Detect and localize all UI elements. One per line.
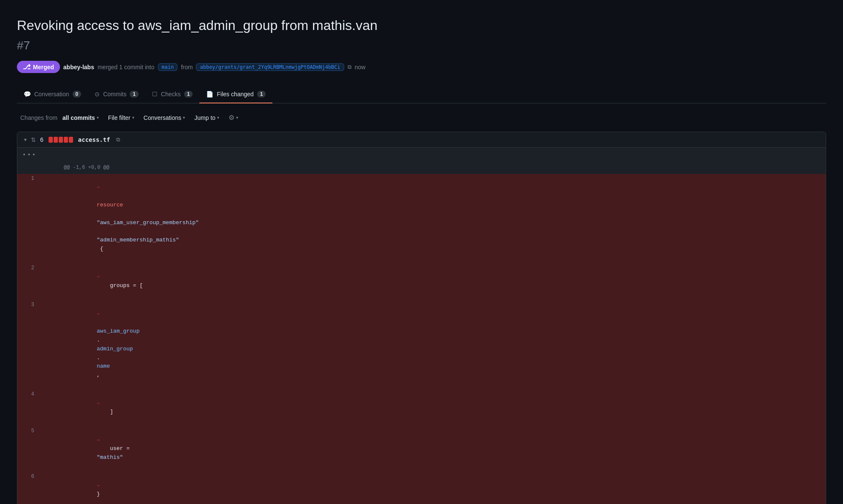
line-num-5b [38,426,60,472]
line-num-6: 6 [17,472,38,504]
meta-timestamp: now [355,64,366,70]
file-copy-button[interactable]: ⧉ [116,136,120,143]
tab-commits-label: Commits [103,91,126,98]
line-content-3: – aws_iam_group . admin_group . name , [60,300,826,390]
changes-from-chevron-icon: ▾ [97,115,99,120]
gear-icon: ⚙ [228,114,234,122]
line-num-1: 1 [17,174,38,263]
conversation-icon: 💬 [24,91,31,98]
file-filter-chevron-icon: ▾ [132,115,134,120]
changes-from-value: all commits [63,114,95,121]
diff-block-5 [69,137,73,143]
diff-blocks [49,137,73,143]
gear-chevron-icon: ▾ [236,115,238,120]
checks-icon: ☐ [152,91,158,98]
changes-from-label: Changes from [20,114,57,121]
tab-files-changed-count: 1 [257,91,266,98]
tab-checks-count: 1 [184,91,193,98]
tab-checks[interactable]: ☐ Checks 1 [145,86,199,103]
tabs-bar: 💬 Conversation 0 ⊙ Commits 1 ☐ Checks 1 … [17,86,826,103]
line-num-6b [38,472,60,504]
table-row: 5 – user = "mathis" [17,426,826,472]
line-num-3b [38,300,60,390]
commits-icon: ⊙ [95,91,100,98]
settings-button[interactable]: ⚙ ▾ [225,112,242,123]
tab-checks-label: Checks [161,91,181,98]
diff-table: ••• @@ -1,6 +0,0 @@ 1 – resource "aws_ia… [17,148,826,504]
minus-sign-3: – [97,311,102,317]
line-content-6: – } [60,472,826,504]
collapse-button[interactable]: ▾ [24,137,27,143]
line-num-2b [38,263,60,300]
file-filter-label: File filter [108,114,131,121]
meta-action: merged 1 commit into [98,64,155,70]
conversations-chevron-icon: ▾ [183,115,185,120]
table-row: 4 – ] [17,390,826,426]
diff-filename: access.tf [78,136,110,143]
dots-row-top: ••• [17,148,826,162]
line-content-1: – resource "aws_iam_user_group_membershi… [60,174,826,263]
minus-sign-5: – [97,437,102,443]
pr-number: #7 [17,39,826,52]
conversations-filter-button[interactable]: Conversations ▾ [140,113,189,123]
meta-from: from [181,64,193,70]
tab-files-changed[interactable]: 📄 Files changed 1 [199,86,272,103]
file-filter-button[interactable]: File filter ▾ [105,113,138,123]
filter-bar: Changes from all commits ▾ File filter ▾… [17,112,826,123]
tab-conversation-count: 0 [73,91,82,98]
minus-sign-4: – [97,400,102,406]
line-num-2: 2 [17,263,38,300]
line-num-1b [38,174,60,263]
tab-commits[interactable]: ⊙ Commits 1 [88,86,145,103]
diff-expand-icon: ⇅ [31,136,36,143]
table-row: 1 – resource "aws_iam_user_group_members… [17,174,826,263]
hunk-line-num-old [17,162,38,173]
tab-commits-count: 1 [130,91,139,98]
meta-user: abbey-labs [63,64,94,70]
line-num-5: 5 [17,426,38,472]
conversations-filter-label: Conversations [144,114,182,121]
line-content-5: – user = "mathis" [60,426,826,472]
line-content-4: – ] [60,390,826,426]
file-diff: ▾ ⇅ 6 access.tf ⧉ ••• @@ -1,6 +0,0 @@ [17,132,826,504]
table-row: 2 – groups = [ [17,263,826,300]
line-num-4: 4 [17,390,38,426]
pr-meta: ⎇ Merged abbey-labs merged 1 commit into… [17,61,826,73]
diff-block-1 [49,137,53,143]
jump-to-button[interactable]: Jump to ▾ [191,113,223,123]
merged-label: Merged [33,64,54,70]
diff-block-3 [59,137,63,143]
hunk-header-content: @@ -1,6 +0,0 @@ [60,162,826,173]
file-diff-header: ▾ ⇅ 6 access.tf ⧉ [17,132,826,148]
line-num-4b [38,390,60,426]
line-num-3: 3 [17,300,38,390]
tab-conversation[interactable]: 💬 Conversation 0 [17,86,88,103]
copy-branch-icon[interactable]: ⧉ [348,64,351,70]
diff-lines-count: 6 [40,136,44,143]
pr-title: Revoking access to aws_iam_admin_group f… [17,17,826,34]
diff-block-2 [54,137,58,143]
line-content-2: – groups = [ [60,263,826,300]
jump-to-label: Jump to [194,114,215,121]
files-changed-icon: 📄 [206,91,213,98]
tab-files-changed-label: Files changed [217,91,253,98]
head-branch[interactable]: abbey/grants/grant_2Yq9LRBMLnmwjgPtOADmN… [196,63,344,71]
diff-block-4 [64,137,68,143]
tab-conversation-label: Conversation [34,91,69,98]
table-row: 3 – aws_iam_group . admin_group . name , [17,300,826,390]
hunk-line-num-new [38,162,60,173]
merge-icon: ⎇ [23,63,30,71]
merged-badge: ⎇ Merged [17,61,60,73]
minus-sign-1: – [97,184,102,190]
dots-top-cell: ••• [17,148,826,162]
hunk-header-row: @@ -1,6 +0,0 @@ [17,162,826,173]
base-branch[interactable]: main [158,63,178,71]
minus-sign-2: – [97,274,102,280]
minus-sign-6: – [97,482,102,489]
changes-from-filter[interactable]: Changes from all commits ▾ [17,113,102,123]
table-row: 6 – } [17,472,826,504]
jump-to-chevron-icon: ▾ [217,115,219,120]
